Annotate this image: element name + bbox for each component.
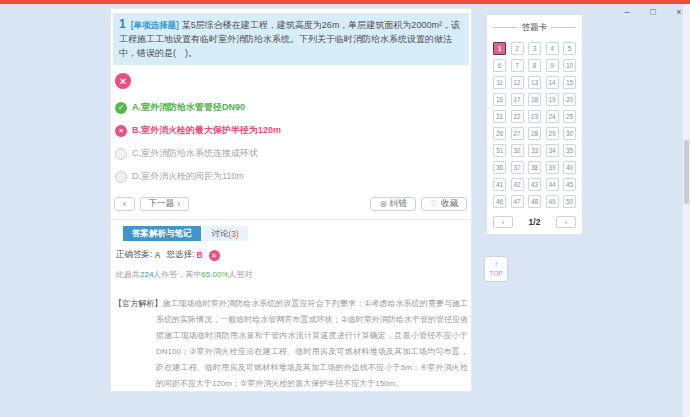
prev-question-button[interactable]: ‹ (114, 197, 135, 211)
question-cell-7[interactable]: 7 (511, 59, 524, 72)
question-panel: 1[单项选择题]某5层综合楼在建工程，建筑高度为26m，单层建筑面积为2000m… (110, 8, 472, 392)
question-cell-39[interactable]: 39 (546, 161, 559, 174)
question-cell-6[interactable]: 6 (493, 59, 506, 72)
option-d[interactable]: D.室外消火栓的间距为110m (115, 170, 471, 183)
tab-discussion-count: (3) (229, 229, 239, 239)
question-cell-28[interactable]: 28 (528, 127, 541, 140)
back-to-top-button[interactable]: ↑ TOP (484, 256, 508, 282)
official-analysis: 【官方解析】施工现场临时室外消防给水系统的设置应符合下列要求：①考虑给水系统的需… (114, 296, 468, 392)
answer-card-pager: ‹ 1/2 › (493, 216, 576, 228)
question-cell-16[interactable]: 16 (493, 93, 506, 106)
question-cell-11[interactable]: 11 (493, 76, 506, 89)
cross-icon: × (115, 125, 127, 137)
question-cell-12[interactable]: 12 (511, 76, 524, 89)
question-cell-8[interactable]: 8 (528, 59, 541, 72)
question-cell-21[interactable]: 21 (493, 110, 506, 123)
question-cell-26[interactable]: 26 (493, 127, 506, 140)
tab-analysis-notes[interactable]: 答案解析与笔记 (123, 226, 201, 241)
question-cell-38[interactable]: 38 (528, 161, 541, 174)
error-circle-icon: ⊗ (379, 199, 387, 209)
chevron-right-icon: › (177, 199, 180, 209)
question-cell-20[interactable]: 20 (563, 93, 576, 106)
next-question-label: 下一题 (149, 198, 175, 210)
cross-icon: × (120, 75, 126, 87)
question-cell-33[interactable]: 33 (528, 144, 541, 157)
question-cell-48[interactable]: 48 (528, 195, 541, 208)
question-cell-31[interactable]: 31 (493, 144, 506, 157)
question-cell-40[interactable]: 40 (563, 161, 576, 174)
question-cell-19[interactable]: 19 (546, 93, 559, 106)
question-nav: ‹ 下一题 › ⊗ 纠错 ♡ 收藏 (114, 197, 467, 211)
question-cell-42[interactable]: 42 (511, 178, 524, 191)
question-cell-24[interactable]: 24 (546, 110, 559, 123)
app-window: – □ × 1[单项选择题]某5层综合楼在建工程，建筑高度为26m，单层建筑面积… (0, 0, 690, 417)
section-divider (111, 219, 471, 220)
question-cell-46[interactable]: 46 (493, 195, 506, 208)
question-cell-23[interactable]: 23 (528, 110, 541, 123)
question-cell-41[interactable]: 41 (493, 178, 506, 191)
question-cell-32[interactable]: 32 (511, 144, 524, 157)
tab-discussion-label: 讨论 (212, 228, 229, 240)
question-cell-2[interactable]: 2 (511, 42, 524, 55)
restore-button[interactable]: □ (648, 7, 658, 17)
question-cell-34[interactable]: 34 (546, 144, 559, 157)
wrong-answer-badge: × (115, 73, 131, 89)
question-cell-13[interactable]: 13 (528, 76, 541, 89)
card-next-page-button[interactable]: › (556, 216, 576, 228)
question-cell-27[interactable]: 27 (511, 127, 524, 140)
report-error-label: 纠错 (390, 198, 407, 210)
correct-answer-value: A (154, 250, 160, 260)
question-cell-15[interactable]: 15 (563, 76, 576, 89)
page-indicator: 1/2 (529, 217, 541, 227)
question-cell-43[interactable]: 43 (528, 178, 541, 191)
question-cell-18[interactable]: 18 (528, 93, 541, 106)
your-choice-label: 您选择: (167, 249, 195, 261)
option-a[interactable]: ✓A.室外消防给水管管径DN90 (115, 101, 471, 114)
question-cell-49[interactable]: 49 (546, 195, 559, 208)
answer-summary: 正确答案: A 您选择: B × (116, 249, 471, 261)
option-label: A.室外消防给水管管径DN90 (132, 101, 245, 114)
scrollbar-track[interactable] (683, 4, 690, 417)
question-cell-4[interactable]: 4 (546, 42, 559, 55)
question-cell-29[interactable]: 29 (546, 127, 559, 140)
answer-card-grid: 1234567891011121314151617181920212223242… (493, 42, 576, 208)
favorite-button[interactable]: ♡ 收藏 (421, 197, 467, 211)
question-type-tag: [单项选择题] (131, 20, 179, 30)
next-question-button[interactable]: 下一题 › (140, 197, 189, 211)
option-b[interactable]: ×B.室外消火栓的最大保护半径为120m (115, 124, 471, 137)
question-cell-22[interactable]: 22 (511, 110, 524, 123)
question-cell-10[interactable]: 10 (563, 59, 576, 72)
tab-bar: 答案解析与笔记 讨论 (3) (123, 226, 471, 241)
question-cell-1[interactable]: 1 (493, 42, 506, 55)
scrollbar-thumb[interactable] (684, 140, 689, 204)
question-cell-17[interactable]: 17 (511, 93, 524, 106)
question-cell-25[interactable]: 25 (563, 110, 576, 123)
question-cell-30[interactable]: 30 (563, 127, 576, 140)
radio-icon (115, 148, 127, 160)
question-cell-5[interactable]: 5 (563, 42, 576, 55)
favorite-label: 收藏 (441, 198, 458, 210)
answer-card-header: 答题卡 (493, 21, 576, 34)
minimize-button[interactable]: – (622, 7, 632, 17)
question-cell-35[interactable]: 35 (563, 144, 576, 157)
question-cell-36[interactable]: 36 (493, 161, 506, 174)
question-cell-9[interactable]: 9 (546, 59, 559, 72)
question-cell-50[interactable]: 50 (563, 195, 576, 208)
answer-card-panel: 答题卡 123456789101112131415161718192021222… (486, 14, 583, 235)
question-cell-3[interactable]: 3 (528, 42, 541, 55)
question-box: 1[单项选择题]某5层综合楼在建工程，建筑高度为26m，单层建筑面积为2000m… (113, 13, 469, 65)
report-error-button[interactable]: ⊗ 纠错 (370, 197, 416, 211)
correct-answer-label: 正确答案: (116, 249, 152, 261)
stats-count: 224 (140, 270, 153, 279)
radio-icon (115, 171, 127, 183)
question-cell-37[interactable]: 37 (511, 161, 524, 174)
question-cell-14[interactable]: 14 (546, 76, 559, 89)
tab-discussion[interactable]: 讨论 (3) (203, 226, 248, 241)
card-prev-page-button[interactable]: ‹ (493, 216, 513, 228)
question-cell-44[interactable]: 44 (546, 178, 559, 191)
title-line-right (551, 27, 576, 28)
option-c[interactable]: C.室外消防给水系统连接成环状 (115, 147, 471, 160)
question-cell-45[interactable]: 45 (563, 178, 576, 191)
question-cell-47[interactable]: 47 (511, 195, 524, 208)
stats-prefix: 此题共 (116, 270, 140, 279)
